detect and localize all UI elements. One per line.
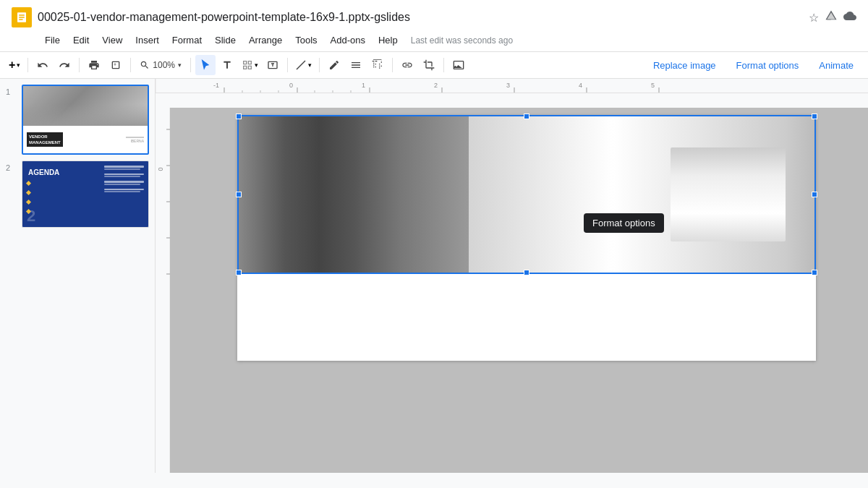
cursor-tool-button[interactable] bbox=[195, 55, 216, 75]
zoom-label: 100% bbox=[153, 60, 175, 70]
separator-4 bbox=[190, 58, 191, 72]
handle-bottom-left[interactable] bbox=[236, 270, 242, 275]
zoom-chevron-icon: ▾ bbox=[178, 61, 182, 69]
crop-button[interactable] bbox=[419, 55, 439, 75]
text-tool-button[interactable] bbox=[217, 55, 237, 75]
menu-file[interactable]: File bbox=[39, 32, 66, 48]
svg-text:5: 5 bbox=[651, 82, 655, 89]
menu-format[interactable]: Format bbox=[166, 32, 208, 48]
slide-thumb-2[interactable]: AGENDA bbox=[22, 160, 149, 228]
menu-addons[interactable]: Add-ons bbox=[325, 32, 371, 48]
menu-bar: File Edit View Insert Format Slide Arran… bbox=[0, 30, 868, 51]
slide-item-1[interactable]: 1 VENDORMANAGEMENT IBERNA bbox=[6, 85, 149, 155]
star-icon[interactable]: ☆ bbox=[809, 11, 819, 25]
slide-content bbox=[237, 115, 816, 361]
selected-image[interactable] bbox=[237, 115, 816, 274]
svg-text:3: 3 bbox=[506, 82, 510, 89]
shape-dropdown[interactable]: ▾ bbox=[239, 58, 261, 72]
handle-bottom-right[interactable] bbox=[812, 270, 817, 275]
phones-image bbox=[239, 116, 814, 273]
svg-rect-2 bbox=[19, 17, 25, 18]
app-icon bbox=[12, 7, 32, 27]
slide-number-2: 2 bbox=[6, 160, 17, 172]
handle-top-mid[interactable] bbox=[524, 114, 529, 119]
separator-7 bbox=[392, 58, 393, 72]
slide-viewport[interactable] bbox=[170, 108, 868, 473]
context-toolbar: Replace image Format options Animate bbox=[644, 57, 862, 74]
handle-top-right[interactable] bbox=[812, 114, 817, 119]
slide-item-2[interactable]: 2 AGENDA bbox=[6, 160, 149, 228]
add-icon: + bbox=[9, 59, 15, 72]
handle-bottom-mid[interactable] bbox=[524, 270, 529, 275]
svg-text:-1: -1 bbox=[213, 82, 219, 89]
file-title: 00025-01-vendor-management-powerpoint-te… bbox=[38, 11, 803, 24]
toolbar: + ▾ 100% ▾ bbox=[0, 51, 868, 79]
separator-6 bbox=[319, 58, 320, 72]
svg-text:2: 2 bbox=[434, 82, 438, 89]
add-dropdown[interactable]: + ▾ bbox=[6, 57, 23, 73]
menu-help[interactable]: Help bbox=[373, 32, 404, 48]
svg-rect-28 bbox=[156, 108, 170, 473]
grid-button[interactable] bbox=[367, 55, 388, 75]
svg-rect-3 bbox=[19, 19, 22, 20]
shape-chevron-icon: ▾ bbox=[255, 61, 258, 69]
menu-view[interactable]: View bbox=[96, 32, 128, 48]
svg-rect-1 bbox=[19, 14, 25, 16]
svg-text:4: 4 bbox=[579, 82, 582, 89]
lines-button[interactable] bbox=[346, 55, 366, 75]
slide-viewport-container: 0 bbox=[156, 93, 868, 473]
line-chevron-icon: ▾ bbox=[308, 61, 312, 69]
svg-text:0: 0 bbox=[157, 167, 164, 171]
menu-insert[interactable]: Insert bbox=[129, 32, 165, 48]
pen-tool-button[interactable] bbox=[324, 55, 344, 75]
title-bar: 00025-01-vendor-management-powerpoint-te… bbox=[0, 0, 868, 30]
menu-slide[interactable]: Slide bbox=[209, 32, 242, 48]
link-button[interactable] bbox=[397, 55, 417, 75]
replace-image-button[interactable]: Replace image bbox=[644, 57, 725, 74]
svg-text:1: 1 bbox=[362, 82, 365, 89]
line-dropdown[interactable]: ▾ bbox=[292, 58, 315, 72]
separator-5 bbox=[287, 58, 288, 72]
menu-tools[interactable]: Tools bbox=[289, 32, 323, 48]
slide-number-1: 1 bbox=[6, 85, 17, 96]
horizontal-ruler: -1 0 1 2 3 4 5 bbox=[156, 79, 868, 93]
format-options-button[interactable]: Format options bbox=[728, 57, 808, 74]
svg-rect-6 bbox=[156, 79, 868, 93]
redo-button[interactable] bbox=[54, 55, 75, 75]
svg-line-5 bbox=[297, 61, 305, 69]
vertical-ruler: 0 bbox=[156, 108, 170, 473]
ruler-area: -1 0 1 2 3 4 5 bbox=[156, 79, 868, 473]
print-button[interactable] bbox=[84, 55, 104, 75]
separator-8 bbox=[443, 58, 444, 72]
last-edit-label: Last edit was seconds ago bbox=[411, 35, 513, 46]
textbox-button[interactable] bbox=[263, 55, 283, 75]
cloud-icon[interactable] bbox=[843, 9, 856, 25]
image-button[interactable] bbox=[448, 55, 469, 75]
drive-icon[interactable] bbox=[825, 9, 838, 25]
slide-body bbox=[237, 274, 816, 361]
zoom-dropdown[interactable]: 100% ▾ bbox=[135, 59, 186, 72]
top-chrome: 00025-01-vendor-management-powerpoint-te… bbox=[0, 0, 868, 79]
menu-edit[interactable]: Edit bbox=[67, 32, 95, 48]
main-area: 1 VENDORMANAGEMENT IBERNA 2 bbox=[0, 79, 868, 473]
handle-top-left[interactable] bbox=[236, 114, 242, 119]
paint-format-button[interactable] bbox=[106, 55, 126, 75]
handle-mid-left[interactable] bbox=[236, 192, 242, 197]
separator-3 bbox=[130, 58, 131, 72]
menu-arrange[interactable]: Arrange bbox=[243, 32, 288, 48]
slide-thumb-1[interactable]: VENDORMANAGEMENT IBERNA bbox=[22, 85, 149, 155]
slide-panel: 1 VENDORMANAGEMENT IBERNA 2 bbox=[0, 79, 156, 473]
add-chevron-icon: ▾ bbox=[17, 61, 20, 69]
separator-1 bbox=[27, 58, 28, 72]
animate-button[interactable]: Animate bbox=[810, 57, 862, 74]
svg-text:0: 0 bbox=[289, 82, 293, 89]
title-actions: ☆ bbox=[809, 9, 856, 25]
separator-2 bbox=[79, 58, 80, 72]
undo-button[interactable] bbox=[33, 55, 53, 75]
handle-mid-right[interactable] bbox=[812, 192, 817, 197]
